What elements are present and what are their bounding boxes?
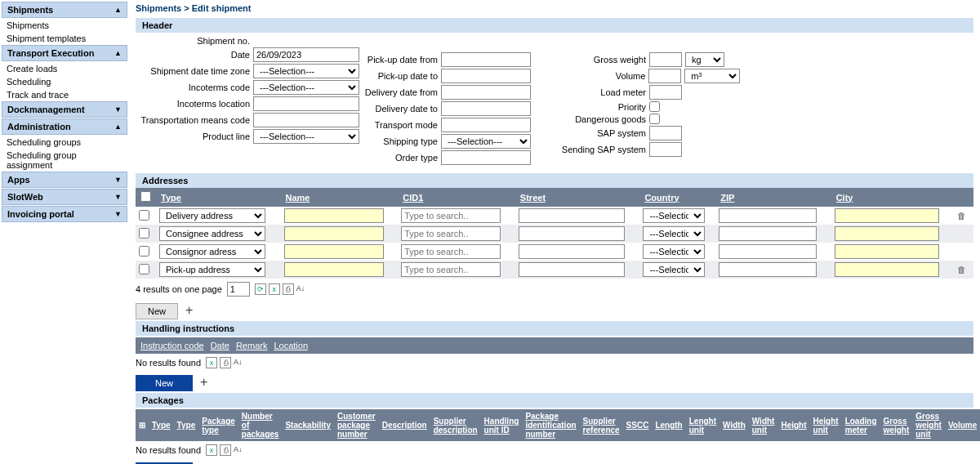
- pkg-col[interactable]: Type: [149, 409, 174, 441]
- pkg-col[interactable]: Description: [379, 409, 430, 441]
- addr-city-input[interactable]: [835, 244, 939, 259]
- addr-zip-input[interactable]: [719, 244, 817, 259]
- pkg-col[interactable]: Height: [777, 409, 809, 441]
- trash-icon[interactable]: 🗑: [957, 211, 966, 221]
- sending-sap-input[interactable]: [649, 142, 682, 157]
- sort-icon[interactable]: A↓: [296, 283, 305, 295]
- handling-new-button[interactable]: New: [136, 375, 193, 391]
- addr-row-checkbox[interactable]: [139, 228, 149, 239]
- sidebar-item-create-loads[interactable]: Create loads: [2, 62, 127, 75]
- pkg-col[interactable]: Package identification number: [522, 409, 579, 441]
- sidebar-section-slotweb[interactable]: SlotWeb▼: [2, 189, 127, 205]
- trash-icon[interactable]: 🗑: [957, 265, 966, 274]
- pkg-col[interactable]: Stackability: [282, 409, 334, 441]
- pkg-col[interactable]: Package type: [198, 409, 238, 441]
- sidebar-section-dockmanagement[interactable]: Dockmanagement▼: [2, 101, 127, 118]
- tab-instruction-code[interactable]: Instruction code: [140, 341, 204, 350]
- pkg-col[interactable]: Supplier description: [430, 409, 481, 441]
- addr-name-input[interactable]: [284, 208, 384, 223]
- addr-street-input[interactable]: [519, 244, 625, 259]
- pkg-col[interactable]: Height unit: [810, 409, 842, 441]
- pkg-col[interactable]: Widht unit: [749, 409, 778, 441]
- date-input[interactable]: [253, 47, 359, 62]
- gross-weight-unit-select[interactable]: kg: [685, 52, 724, 67]
- shipping-type-select[interactable]: ---Selection---: [441, 134, 531, 149]
- pkg-col[interactable]: Supplier reference: [580, 409, 623, 441]
- pkg-col[interactable]: Handling unit ID: [481, 409, 523, 441]
- pkg-col[interactable]: Volume: [945, 409, 980, 441]
- pkg-col[interactable]: Customer package number: [334, 409, 379, 441]
- page-input[interactable]: [227, 282, 250, 297]
- sidebar-item-scheduling-groups[interactable]: Scheduling groups: [2, 136, 127, 149]
- transport-mode-input[interactable]: [441, 118, 531, 132]
- sidebar-item-shipment-templates[interactable]: Shipment templates: [2, 32, 127, 45]
- addr-cid-input[interactable]: [401, 262, 501, 277]
- pickup-from-input[interactable]: [441, 52, 531, 67]
- export-icon[interactable]: x: [206, 444, 217, 456]
- export-icon[interactable]: x: [269, 283, 280, 295]
- addr-street-input[interactable]: [519, 262, 625, 277]
- sidebar-section-apps[interactable]: Apps▼: [2, 172, 127, 188]
- col-zip[interactable]: ZIP: [715, 188, 831, 207]
- addr-cid-input[interactable]: [401, 208, 501, 223]
- export-icon[interactable]: x: [206, 357, 217, 368]
- refresh-icon[interactable]: ⟳: [255, 283, 266, 295]
- addr-cid-input[interactable]: [401, 226, 501, 241]
- sidebar-item-scheduling[interactable]: Scheduling: [2, 75, 127, 88]
- gross-weight-input[interactable]: [649, 52, 682, 67]
- pkg-col[interactable]: Gross weight: [880, 409, 913, 441]
- sidebar-section-transport-execution[interactable]: Transport Execution▲: [2, 45, 127, 61]
- addr-type-select[interactable]: Delivery address: [159, 208, 265, 223]
- addr-street-input[interactable]: [519, 226, 625, 241]
- addr-new-button[interactable]: New: [136, 303, 178, 319]
- product-line-select[interactable]: ---Selection---: [253, 129, 359, 144]
- sort-icon[interactable]: A↓: [234, 357, 243, 368]
- priority-checkbox[interactable]: [649, 101, 660, 112]
- addr-row-checkbox[interactable]: [139, 210, 149, 221]
- pkg-col[interactable]: Number of packages: [238, 409, 283, 441]
- addr-row-checkbox[interactable]: [139, 246, 149, 257]
- tmc-input[interactable]: [253, 113, 359, 127]
- add-icon[interactable]: +: [195, 372, 212, 393]
- sap-input[interactable]: [649, 126, 682, 141]
- col-country[interactable]: Country: [639, 188, 715, 207]
- add-icon[interactable]: +: [180, 300, 198, 321]
- addr-country-select[interactable]: ---Selection---: [643, 208, 705, 223]
- sd-tz-select[interactable]: ---Selection---: [253, 64, 359, 78]
- addr-row-checkbox[interactable]: [139, 264, 149, 274]
- pkg-col[interactable]: Lenght unit: [686, 409, 719, 441]
- addr-type-select[interactable]: Consignee address: [159, 226, 265, 241]
- addr-country-select[interactable]: ---Selection---: [643, 262, 705, 277]
- addr-select-all[interactable]: [140, 191, 151, 202]
- addr-type-select[interactable]: Pick-up address: [159, 262, 265, 277]
- volume-input[interactable]: [648, 69, 681, 83]
- delivery-from-input[interactable]: [441, 85, 531, 100]
- sidebar-item-shipments[interactable]: Shipments: [2, 19, 127, 32]
- expand-icon[interactable]: ⊞: [139, 421, 145, 430]
- order-type-input[interactable]: [441, 150, 531, 165]
- sidebar-section-administration[interactable]: Administration▲: [2, 118, 127, 135]
- addr-name-input[interactable]: [284, 262, 384, 277]
- volume-unit-select[interactable]: m³: [684, 69, 740, 83]
- col-city[interactable]: City: [831, 188, 954, 207]
- addr-cid-input[interactable]: [401, 244, 501, 259]
- dangerous-checkbox[interactable]: [649, 114, 660, 124]
- addr-street-input[interactable]: [519, 208, 625, 223]
- pkg-col[interactable]: Width: [719, 409, 749, 441]
- sidebar-section-shipments[interactable]: Shipments▲: [2, 2, 127, 18]
- pkg-col[interactable]: Type: [174, 409, 199, 441]
- pkg-col[interactable]: Loading meter: [842, 409, 880, 441]
- incoterms-code-select[interactable]: ---Selection---: [253, 80, 359, 95]
- addr-country-select[interactable]: ---Selection---: [643, 244, 705, 259]
- addr-city-input[interactable]: [835, 208, 939, 223]
- incoterms-loc-input[interactable]: [253, 96, 359, 111]
- addr-zip-input[interactable]: [719, 262, 817, 277]
- addr-city-input[interactable]: [835, 262, 939, 277]
- sidebar-section-invoicing-portal[interactable]: Invoicing portal▼: [2, 206, 127, 222]
- col-street[interactable]: Street: [515, 188, 640, 207]
- col-name[interactable]: Name: [281, 188, 399, 207]
- pkg-col[interactable]: Gross weight unit: [912, 409, 945, 441]
- tab-date[interactable]: Date: [211, 341, 229, 350]
- sidebar-item-scheduling-group-assignment[interactable]: Scheduling group assignment: [2, 149, 127, 172]
- pkg-col[interactable]: Length: [652, 409, 685, 441]
